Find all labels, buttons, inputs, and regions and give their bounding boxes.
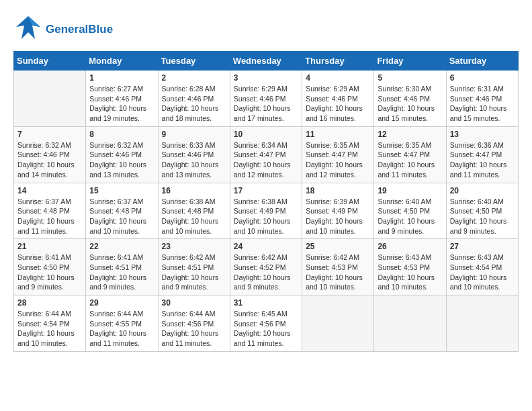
day-number: 22	[89, 242, 154, 251]
day-number: 26	[378, 242, 442, 251]
header-sunday: Sunday	[14, 52, 86, 71]
day-info: Sunrise: 6:34 AM Sunset: 4:47 PM Dayligh…	[234, 140, 298, 180]
day-number: 8	[89, 130, 154, 139]
day-info: Sunrise: 6:42 AM Sunset: 4:51 PM Dayligh…	[162, 253, 226, 292]
day-info: Sunrise: 6:37 AM Sunset: 4:48 PM Dayligh…	[17, 197, 82, 236]
day-number: 4	[306, 73, 370, 83]
day-number: 30	[162, 298, 226, 308]
header-tuesday: Tuesday	[158, 52, 230, 71]
day-number: 21	[17, 242, 82, 251]
calendar-cell: 13Sunrise: 6:36 AM Sunset: 4:47 PM Dayli…	[446, 126, 518, 183]
day-info: Sunrise: 6:33 AM Sunset: 4:46 PM Dayligh…	[162, 140, 226, 180]
logo-general: General	[46, 23, 88, 36]
day-info: Sunrise: 6:36 AM Sunset: 4:47 PM Dayligh…	[450, 140, 515, 180]
day-info: Sunrise: 6:42 AM Sunset: 4:52 PM Dayligh…	[234, 253, 298, 292]
calendar-cell: 24Sunrise: 6:42 AM Sunset: 4:52 PM Dayli…	[230, 239, 302, 295]
svg-marker-0	[16, 16, 40, 39]
day-info: Sunrise: 6:35 AM Sunset: 4:47 PM Dayligh…	[306, 140, 370, 180]
calendar-cell: 29Sunrise: 6:44 AM Sunset: 4:55 PM Dayli…	[86, 295, 158, 352]
calendar-cell: 8Sunrise: 6:32 AM Sunset: 4:46 PM Daylig…	[86, 126, 158, 183]
day-info: Sunrise: 6:32 AM Sunset: 4:46 PM Dayligh…	[89, 140, 154, 180]
day-info: Sunrise: 6:44 AM Sunset: 4:56 PM Dayligh…	[162, 309, 226, 349]
day-info: Sunrise: 6:43 AM Sunset: 4:53 PM Dayligh…	[378, 253, 442, 292]
day-number: 14	[17, 186, 82, 195]
logo-blue: Blue	[88, 23, 113, 36]
calendar-week-row: 21Sunrise: 6:41 AM Sunset: 4:50 PM Dayli…	[14, 239, 519, 295]
calendar-cell: 27Sunrise: 6:43 AM Sunset: 4:54 PM Dayli…	[446, 239, 518, 295]
day-info: Sunrise: 6:42 AM Sunset: 4:53 PM Dayligh…	[306, 253, 370, 292]
calendar-cell: 3Sunrise: 6:29 AM Sunset: 4:46 PM Daylig…	[230, 71, 302, 127]
day-info: Sunrise: 6:39 AM Sunset: 4:49 PM Dayligh…	[306, 197, 370, 236]
calendar-cell	[302, 295, 374, 352]
calendar-cell: 28Sunrise: 6:44 AM Sunset: 4:54 PM Dayli…	[14, 295, 86, 352]
day-info: Sunrise: 6:44 AM Sunset: 4:55 PM Dayligh…	[89, 309, 154, 349]
day-number: 5	[378, 73, 442, 83]
day-info: Sunrise: 6:40 AM Sunset: 4:50 PM Dayligh…	[378, 197, 442, 236]
calendar-cell: 20Sunrise: 6:40 AM Sunset: 4:50 PM Dayli…	[446, 183, 518, 239]
calendar-cell: 2Sunrise: 6:28 AM Sunset: 4:46 PM Daylig…	[158, 71, 230, 127]
calendar-cell: 23Sunrise: 6:42 AM Sunset: 4:51 PM Dayli…	[158, 239, 230, 295]
day-info: Sunrise: 6:38 AM Sunset: 4:48 PM Dayligh…	[162, 197, 226, 236]
day-number: 13	[450, 130, 515, 139]
day-number: 27	[450, 242, 515, 251]
calendar-cell: 14Sunrise: 6:37 AM Sunset: 4:48 PM Dayli…	[14, 183, 86, 239]
day-number: 28	[17, 298, 82, 308]
calendar-cell: 6Sunrise: 6:31 AM Sunset: 4:46 PM Daylig…	[446, 71, 518, 127]
day-number: 7	[17, 130, 82, 139]
day-number: 2	[162, 73, 226, 83]
day-number: 24	[234, 242, 298, 251]
calendar-cell: 30Sunrise: 6:44 AM Sunset: 4:56 PM Dayli…	[158, 295, 230, 352]
calendar-cell: 12Sunrise: 6:35 AM Sunset: 4:47 PM Dayli…	[374, 126, 446, 183]
day-number: 6	[450, 73, 515, 83]
calendar-cell: 4Sunrise: 6:29 AM Sunset: 4:46 PM Daylig…	[302, 71, 374, 127]
calendar-week-row: 7Sunrise: 6:32 AM Sunset: 4:46 PM Daylig…	[14, 126, 519, 183]
day-number: 17	[234, 186, 298, 195]
calendar-cell: 1Sunrise: 6:27 AM Sunset: 4:46 PM Daylig…	[86, 71, 158, 127]
day-info: Sunrise: 6:41 AM Sunset: 4:51 PM Dayligh…	[89, 253, 154, 292]
day-info: Sunrise: 6:41 AM Sunset: 4:50 PM Dayligh…	[17, 253, 82, 292]
logo: GeneralBlue	[13, 13, 113, 46]
calendar-cell: 25Sunrise: 6:42 AM Sunset: 4:53 PM Dayli…	[302, 239, 374, 295]
logo-icon	[13, 13, 43, 46]
day-info: Sunrise: 6:29 AM Sunset: 4:46 PM Dayligh…	[234, 84, 298, 124]
calendar-week-row: 28Sunrise: 6:44 AM Sunset: 4:54 PM Dayli…	[14, 295, 519, 352]
day-number: 12	[378, 130, 442, 139]
day-info: Sunrise: 6:32 AM Sunset: 4:46 PM Dayligh…	[17, 140, 82, 180]
calendar-cell: 16Sunrise: 6:38 AM Sunset: 4:48 PM Dayli…	[158, 183, 230, 239]
day-info: Sunrise: 6:38 AM Sunset: 4:49 PM Dayligh…	[234, 197, 298, 236]
day-info: Sunrise: 6:35 AM Sunset: 4:47 PM Dayligh…	[378, 140, 442, 180]
day-number: 20	[450, 186, 515, 195]
calendar-cell: 5Sunrise: 6:30 AM Sunset: 4:46 PM Daylig…	[374, 71, 446, 127]
logo-text-block: GeneralBlue	[46, 23, 113, 36]
day-info: Sunrise: 6:44 AM Sunset: 4:54 PM Dayligh…	[17, 309, 82, 349]
day-info: Sunrise: 6:37 AM Sunset: 4:48 PM Dayligh…	[89, 197, 154, 236]
day-number: 25	[306, 242, 370, 251]
day-number: 31	[234, 298, 298, 308]
day-number: 10	[234, 130, 298, 139]
day-info: Sunrise: 6:45 AM Sunset: 4:56 PM Dayligh…	[234, 309, 298, 349]
calendar-cell	[446, 295, 518, 352]
day-info: Sunrise: 6:29 AM Sunset: 4:46 PM Dayligh…	[306, 84, 370, 124]
calendar-cell: 10Sunrise: 6:34 AM Sunset: 4:47 PM Dayli…	[230, 126, 302, 183]
day-number: 23	[162, 242, 226, 251]
day-number: 1	[89, 73, 154, 83]
day-info: Sunrise: 6:43 AM Sunset: 4:54 PM Dayligh…	[450, 253, 515, 292]
calendar-week-row: 1Sunrise: 6:27 AM Sunset: 4:46 PM Daylig…	[14, 71, 519, 127]
calendar-cell	[374, 295, 446, 352]
header-saturday: Saturday	[446, 52, 518, 71]
day-number: 29	[89, 298, 154, 308]
calendar-cell: 19Sunrise: 6:40 AM Sunset: 4:50 PM Dayli…	[374, 183, 446, 239]
day-number: 3	[234, 73, 298, 83]
day-info: Sunrise: 6:40 AM Sunset: 4:50 PM Dayligh…	[450, 197, 515, 236]
header-monday: Monday	[86, 52, 158, 71]
calendar-cell: 15Sunrise: 6:37 AM Sunset: 4:48 PM Dayli…	[86, 183, 158, 239]
calendar-cell: 11Sunrise: 6:35 AM Sunset: 4:47 PM Dayli…	[302, 126, 374, 183]
day-number: 9	[162, 130, 226, 139]
header-thursday: Thursday	[302, 52, 374, 71]
calendar-cell: 18Sunrise: 6:39 AM Sunset: 4:49 PM Dayli…	[302, 183, 374, 239]
calendar-cell: 31Sunrise: 6:45 AM Sunset: 4:56 PM Dayli…	[230, 295, 302, 352]
calendar-cell: 22Sunrise: 6:41 AM Sunset: 4:51 PM Dayli…	[86, 239, 158, 295]
calendar-cell: 26Sunrise: 6:43 AM Sunset: 4:53 PM Dayli…	[374, 239, 446, 295]
day-info: Sunrise: 6:27 AM Sunset: 4:46 PM Dayligh…	[89, 84, 154, 124]
day-number: 15	[89, 186, 154, 195]
